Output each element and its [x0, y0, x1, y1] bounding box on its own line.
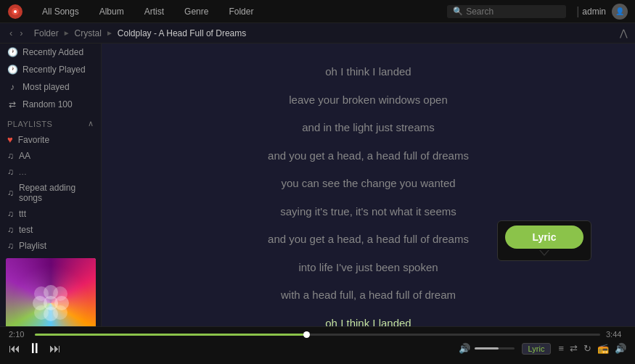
- next-button[interactable]: ⏭: [49, 342, 61, 355]
- nav-items: All Songs Album Artist Genre Folder: [32, 0, 447, 23]
- sidebar-item-random[interactable]: ⇄ Random 100: [0, 96, 101, 113]
- volume-bar[interactable]: [475, 347, 515, 349]
- recently-played-icon: 🕐: [7, 65, 17, 75]
- most-played-icon: ♪: [7, 82, 17, 92]
- nav-genre[interactable]: Genre: [174, 0, 218, 23]
- playlist-dots[interactable]: ♫ ...: [0, 164, 101, 180]
- nav-artist[interactable]: Artist: [134, 0, 174, 23]
- playlist-test-icon: ♫: [7, 225, 14, 235]
- lyrics-content: oh I think I landed leave your broken wi…: [102, 44, 635, 326]
- breadcrumb-folder[interactable]: Folder: [34, 28, 59, 38]
- lyric-line-2: and in the light just streams: [102, 114, 635, 142]
- lyric-popup-box: Lyric: [497, 220, 591, 261]
- lyric-popup-arrow: [540, 250, 549, 256]
- username: admin: [582, 7, 606, 17]
- breadcrumb-crystal[interactable]: Crystal: [75, 28, 102, 38]
- back-button[interactable]: ‹: [7, 28, 15, 38]
- search-icon: 🔍: [453, 7, 463, 16]
- playlist-aa[interactable]: ♫ AA: [0, 148, 101, 164]
- lyric-line-8: with a head full, a head full of dream: [102, 281, 635, 310]
- lyric-line-9: oh I think I landed: [102, 310, 635, 327]
- radio-button[interactable]: 📻: [597, 343, 609, 354]
- playlist-aa-icon: ♫: [7, 151, 14, 161]
- lyric-line-1: leave your broken windows open: [102, 86, 635, 115]
- playlist-dots-icon: ♫: [7, 167, 14, 177]
- play-pause-button[interactable]: ⏸: [28, 340, 42, 357]
- playlist-playlist-icon: ♫: [7, 241, 14, 251]
- sidebar-item-most-played[interactable]: ♪ Most played: [0, 78, 101, 96]
- current-time: 2:10: [9, 330, 29, 339]
- volume-icon[interactable]: 🔊: [459, 343, 470, 354]
- content-wrapper: oh I think I landed leave your broken wi…: [102, 44, 635, 326]
- total-time: 3:44: [606, 330, 626, 339]
- playlists-label: Playlists: [7, 120, 52, 128]
- playlist-repeat[interactable]: ♫ Repeat adding songs: [0, 180, 101, 206]
- lyric-line-4: you can see the change you wanted: [102, 170, 635, 198]
- playlists-section: Playlists ∧: [0, 113, 101, 131]
- playlist-repeat-icon: ♫: [7, 188, 14, 198]
- lyric-label-button[interactable]: Lyric: [522, 343, 552, 355]
- lyric-line-3: and you get a head, a head full of dream…: [102, 142, 635, 170]
- speaker-button[interactable]: 🔊: [615, 343, 626, 354]
- nav-all-songs[interactable]: All Songs: [32, 0, 89, 23]
- shuffle-button[interactable]: ⇄: [570, 343, 578, 354]
- nav-album[interactable]: Album: [89, 0, 134, 23]
- svg-point-11: [44, 296, 58, 310]
- app-logo: [7, 4, 23, 20]
- progress-thumb: [303, 331, 310, 338]
- avatar[interactable]: 👤: [612, 4, 628, 20]
- recently-added-icon: 🕐: [7, 47, 17, 57]
- svg-point-2: [14, 10, 17, 13]
- bc-sep-2: ►: [106, 29, 113, 37]
- volume-fill: [475, 347, 499, 349]
- sidebar-item-recently-played[interactable]: 🕐 Recently Played: [0, 61, 101, 78]
- forward-button[interactable]: ›: [17, 28, 25, 38]
- album-art-flower: [6, 258, 96, 326]
- progress-row: 2:10 3:44: [9, 330, 626, 339]
- album-art-container: A Head Full of Dreams Coldplay ✏ 🗑: [0, 254, 101, 326]
- nav-arrows: ‹ ›: [7, 28, 25, 38]
- main-layout: 🕐 Recently Added 🕐 Recently Played ♪ Mos…: [0, 44, 635, 326]
- sidebar-item-recently-added[interactable]: 🕐 Recently Added: [0, 44, 101, 61]
- sidebar: 🕐 Recently Added 🕐 Recently Played ♪ Mos…: [0, 44, 102, 326]
- playlist-ttt[interactable]: ♫ ttt: [0, 206, 101, 222]
- search-input[interactable]: [466, 7, 560, 17]
- user-area: admin 👤: [582, 4, 628, 20]
- repeat-button[interactable]: ↻: [583, 343, 591, 354]
- progress-fill: [35, 334, 306, 336]
- breadcrumb-bar: ‹ › Folder ► Crystal ► Coldplay - A Head…: [0, 23, 635, 44]
- volume-area: 🔊: [459, 343, 515, 354]
- breadcrumb-current: Coldplay - A Head Full of Dreams: [118, 28, 246, 38]
- lyric-popup: Lyric: [497, 220, 591, 261]
- search-area[interactable]: 🔍: [447, 5, 566, 18]
- progress-bar[interactable]: [35, 334, 600, 336]
- playlist-test[interactable]: ♫ test: [0, 222, 101, 238]
- nav-folder[interactable]: Folder: [218, 0, 263, 23]
- list-icon-button[interactable]: ≡: [558, 343, 564, 354]
- expand-icon[interactable]: ⋀: [620, 28, 628, 38]
- playlists-expand-icon[interactable]: ∧: [88, 119, 94, 128]
- divider: |: [576, 5, 579, 18]
- playlist-favorite[interactable]: ♥ Favorite: [0, 131, 101, 148]
- playlist-playlist[interactable]: ♫ Playlist: [0, 238, 101, 254]
- lyric-line-0: oh I think I landed: [102, 58, 635, 86]
- lyric-popup-button[interactable]: Lyric: [505, 226, 583, 249]
- right-controls: ≡ ⇄ ↻ 📻 🔊: [558, 343, 626, 354]
- random-icon: ⇄: [7, 99, 17, 109]
- controls-row: ⏮ ⏸ ⏭ 🔊 Lyric ≡ ⇄ ↻ 📻 🔊: [9, 340, 626, 357]
- playlist-ttt-icon: ♫: [7, 209, 14, 219]
- bc-sep-1: ►: [63, 29, 70, 37]
- prev-button[interactable]: ⏮: [9, 342, 20, 355]
- top-nav: All Songs Album Artist Genre Folder 🔍 | …: [0, 0, 635, 23]
- bottom-player: 2:10 3:44 ⏮ ⏸ ⏭ 🔊 Lyric ≡ ⇄ ↻ 📻 🔊: [0, 326, 635, 364]
- album-art: [6, 258, 96, 326]
- heart-icon: ♥: [7, 134, 13, 145]
